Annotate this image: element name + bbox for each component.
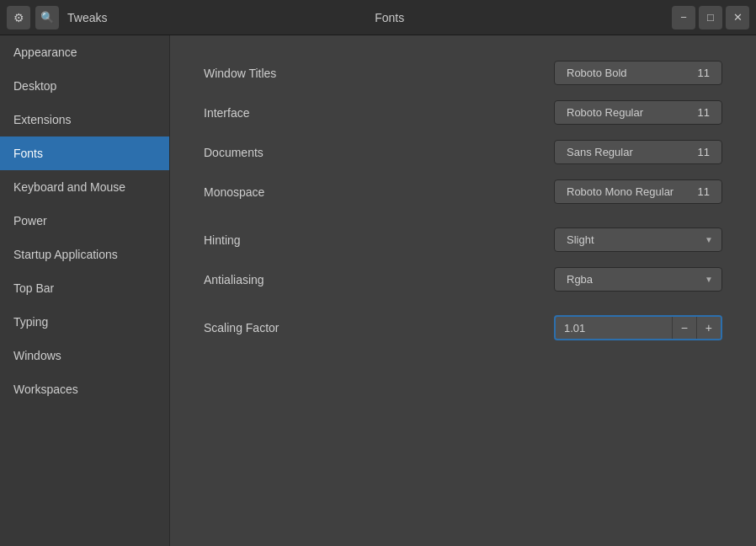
documents-font-button[interactable]: Sans Regular 11 (554, 140, 722, 164)
documents-font-size: 11 (698, 146, 710, 158)
sidebar: AppearanceDesktopExtensionsFontsKeyboard… (0, 35, 170, 546)
hinting-control: Slight ▼ (389, 228, 722, 252)
interface-control: Roboto Regular 11 (389, 100, 722, 125)
close-button[interactable]: ✕ (726, 6, 749, 29)
documents-label: Documents (204, 146, 389, 159)
sidebar-item-fonts[interactable]: Fonts (0, 136, 169, 170)
maximize-button[interactable]: □ (699, 6, 722, 29)
titlebar-left: ⚙ 🔍 Tweaks (7, 6, 107, 29)
antialiasing-dropdown[interactable]: Rgba ▼ (554, 267, 722, 292)
app-icon-symbol: ⚙ (13, 11, 24, 24)
minimize-button[interactable]: − (672, 6, 695, 29)
antialiasing-row: Antialiasing Rgba ▼ (204, 267, 722, 292)
titlebar: ⚙ 🔍 Tweaks Fonts − □ ✕ (0, 0, 756, 35)
hinting-dropdown-arrow: ▼ (705, 235, 713, 244)
scaling-factor-spinner: − + (554, 315, 722, 340)
antialiasing-dropdown-arrow: ▼ (705, 275, 713, 284)
sidebar-item-extensions[interactable]: Extensions (0, 103, 169, 136)
window-titles-label: Window Titles (204, 67, 389, 80)
scaling-factor-decrement-button[interactable]: − (672, 317, 696, 339)
monospace-label: Monospace (204, 185, 389, 199)
window-title-label: Fonts (375, 11, 404, 24)
monospace-font-name: Roboto Mono Regular (567, 185, 673, 198)
hinting-value: Slight (567, 233, 594, 246)
sidebar-item-top-bar[interactable]: Top Bar (0, 271, 169, 305)
hinting-dropdown[interactable]: Slight ▼ (554, 228, 722, 252)
interface-font-name: Roboto Regular (567, 106, 643, 119)
antialiasing-control: Rgba ▼ (389, 267, 722, 292)
interface-font-button[interactable]: Roboto Regular 11 (554, 100, 722, 125)
hinting-label: Hinting (204, 233, 389, 247)
interface-label: Interface (204, 106, 389, 120)
monospace-control: Roboto Mono Regular 11 (389, 179, 722, 204)
scaling-factor-increment-button[interactable]: + (696, 317, 721, 339)
documents-font-name: Sans Regular (567, 146, 633, 158)
titlebar-controls: − □ ✕ (672, 6, 749, 29)
documents-control: Sans Regular 11 (389, 140, 722, 164)
monospace-font-button[interactable]: Roboto Mono Regular 11 (554, 179, 722, 204)
window-titles-font-name: Roboto Bold (567, 67, 627, 79)
antialiasing-label: Antialiasing (204, 273, 389, 286)
search-icon: 🔍 (40, 11, 54, 24)
window-titles-control: Roboto Bold 11 (389, 61, 722, 85)
content-area: Window Titles Roboto Bold 11 Interface R… (170, 35, 756, 546)
antialiasing-value: Rgba (567, 273, 593, 286)
interface-font-size: 11 (698, 106, 710, 119)
sidebar-item-windows[interactable]: Windows (0, 339, 169, 372)
main-content: AppearanceDesktopExtensionsFontsKeyboard… (0, 35, 756, 546)
sidebar-item-workspaces[interactable]: Workspaces (0, 372, 169, 406)
sidebar-item-appearance[interactable]: Appearance (0, 35, 169, 69)
sidebar-item-power[interactable]: Power (0, 204, 169, 238)
window-titles-font-button[interactable]: Roboto Bold 11 (554, 61, 722, 85)
app-icon: ⚙ (7, 6, 30, 29)
scaling-factor-label: Scaling Factor (204, 321, 389, 335)
hinting-row: Hinting Slight ▼ (204, 228, 722, 252)
window-titles-row: Window Titles Roboto Bold 11 (204, 61, 722, 85)
titlebar-center: Fonts (107, 11, 672, 24)
monospace-font-size: 11 (698, 185, 710, 198)
app-name-label: Tweaks (67, 11, 107, 24)
documents-row: Documents Sans Regular 11 (204, 140, 722, 164)
sidebar-item-typing[interactable]: Typing (0, 305, 169, 339)
scaling-factor-control: − + (389, 315, 722, 340)
sidebar-item-startup-applications[interactable]: Startup Applications (0, 238, 169, 271)
sidebar-item-desktop[interactable]: Desktop (0, 69, 169, 103)
window-titles-font-size: 11 (698, 67, 710, 79)
interface-row: Interface Roboto Regular 11 (204, 100, 722, 125)
scaling-factor-row: Scaling Factor − + (204, 315, 722, 340)
scaling-factor-input[interactable] (556, 318, 672, 339)
monospace-row: Monospace Roboto Mono Regular 11 (204, 179, 722, 204)
search-button[interactable]: 🔍 (35, 6, 59, 29)
sidebar-item-keyboard-and-mouse[interactable]: Keyboard and Mouse (0, 170, 169, 204)
